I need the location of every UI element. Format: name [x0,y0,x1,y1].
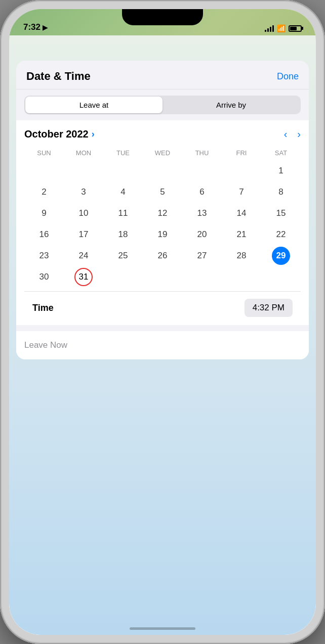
calendar-day [114,162,132,180]
calendar-day [153,162,172,180]
signal-bar-3 [270,27,271,32]
calendar-day[interactable]: 9 [35,204,53,222]
signal-bars-icon [265,25,274,32]
leave-now-section[interactable]: Leave Now [16,331,309,359]
calendar-day[interactable]: 26 [153,247,172,265]
calendar-day [193,162,211,180]
calendar-day[interactable]: 13 [193,204,211,222]
time-row: Time 4:32 PM [24,291,301,325]
day-headers: SUN MON TUE WED THU FRI SAT [24,147,301,159]
leave-now-label: Leave Now [24,340,67,350]
signal-bar-1 [265,30,266,32]
month-expand-chevron-icon: › [92,129,95,140]
battery-icon [289,25,302,32]
calendar-day[interactable]: 1 [272,162,290,180]
calendar-header: October 2022 › ‹ › [24,128,301,140]
calendar-day [35,162,53,180]
sheet-header: Date & Time Done [16,61,309,89]
status-bar: 7:32 ▶ 📶 [9,9,316,35]
calendar-day [153,268,172,286]
phone-frame: 7:32 ▶ 📶 Da [0,0,325,644]
calendar-day[interactable]: 18 [114,225,132,244]
calendar-day[interactable]: 5 [153,183,172,201]
calendar-day[interactable]: 29 [272,247,290,265]
signal-bar-2 [267,28,269,32]
home-indicator [130,627,195,630]
calendar-day [114,268,132,286]
day-header-fri: FRI [222,147,261,159]
calendar-day[interactable]: 27 [193,247,211,265]
segmented-control: Leave at Arrive by [24,96,301,114]
wifi-icon: 📶 [277,24,286,32]
calendar-day[interactable]: 4 [114,183,132,201]
calendar-day[interactable]: 3 [74,183,93,201]
sheet-title: Date & Time [26,70,91,83]
calendar-section: October 2022 › ‹ › SUN MON TUE WED [16,120,309,325]
calendar-day[interactable]: 25 [114,247,132,265]
content-area: Date & Time Done Leave at Arrive by Octo… [9,35,316,635]
calendar-day[interactable]: 6 [193,183,211,201]
location-arrow-icon: ▶ [43,24,48,31]
calendar-day [74,162,93,180]
calendar-day[interactable]: 22 [272,225,290,244]
calendar-day[interactable]: 7 [232,183,251,201]
month-year-text: October 2022 [24,128,89,140]
segment-container: Leave at Arrive by [16,89,309,120]
calendar-day [272,268,290,286]
calendar-day[interactable]: 2 [35,183,53,201]
calendar-day[interactable]: 21 [232,225,251,244]
status-time: 7:32 ▶ [23,22,48,32]
battery-fill [290,27,297,30]
signal-bar-4 [272,25,274,32]
day-header-sun: SUN [24,147,64,159]
calendar-day[interactable]: 10 [74,204,93,222]
next-month-button[interactable]: › [297,128,301,140]
time-value-button[interactable]: 4:32 PM [245,299,293,317]
calendar-month-label[interactable]: October 2022 › [24,128,95,140]
calendar-day[interactable]: 15 [272,204,290,222]
day-header-tue: TUE [103,147,143,159]
prev-month-button[interactable]: ‹ [284,128,288,140]
calendar-day[interactable]: 16 [35,225,53,244]
calendar-nav: ‹ › [284,128,301,140]
day-header-sat: SAT [261,147,301,159]
calendar-day[interactable]: 11 [114,204,132,222]
calendar-day[interactable]: 14 [232,204,251,222]
done-button[interactable]: Done [277,71,299,82]
calendar-day[interactable]: 30 [35,268,53,286]
time-display: 7:32 [23,22,40,32]
calendar-grid: 1234567891011121314151617181920212223242… [24,161,301,287]
day-header-thu: THU [182,147,222,159]
time-label: Time [32,303,54,313]
status-icons: 📶 [265,24,302,32]
calendar-day [193,268,211,286]
calendar-day [232,162,251,180]
calendar-day[interactable]: 8 [272,183,290,201]
calendar-day[interactable]: 20 [193,225,211,244]
date-time-sheet: Date & Time Done Leave at Arrive by Octo… [16,61,309,359]
day-header-wed: WED [143,147,182,159]
day-header-mon: MON [64,147,103,159]
calendar-day[interactable]: 12 [153,204,172,222]
calendar-day[interactable]: 19 [153,225,172,244]
calendar-day[interactable]: 24 [74,247,93,265]
segment-leave-at[interactable]: Leave at [25,97,162,113]
calendar-day[interactable]: 31 [74,268,93,286]
calendar-day[interactable]: 28 [232,247,251,265]
calendar-day[interactable]: 17 [74,225,93,244]
segment-arrive-by[interactable]: Arrive by [162,97,300,113]
phone-screen: 7:32 ▶ 📶 Da [9,9,316,635]
calendar-day [232,268,251,286]
calendar-day[interactable]: 23 [35,247,53,265]
